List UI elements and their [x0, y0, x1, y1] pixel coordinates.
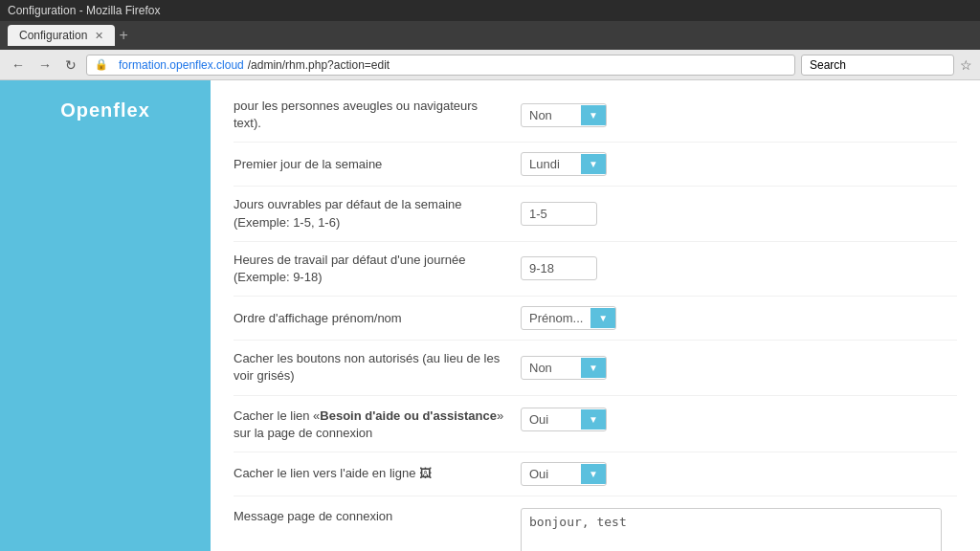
url-bar[interactable]: 🔒 formation.openflex.cloud /admin/rhm.ph…: [86, 55, 795, 76]
select-cacher-boutons[interactable]: Non: [521, 356, 607, 380]
select-navigateurs-btn[interactable]: [581, 105, 606, 125]
tab-label: Configuration: [19, 29, 87, 42]
address-bar: ← → ↻ 🔒 formation.openflex.cloud /admin/…: [0, 50, 980, 80]
form-row-cacher-lien-aide: Cacher le lien vers l'aide en ligne 🖼 Ou…: [234, 452, 957, 496]
select-navigateurs-value: Non: [522, 104, 581, 126]
back-button[interactable]: ←: [8, 55, 29, 75]
select-navigateurs[interactable]: Non: [521, 103, 607, 127]
tab-bar: Configuration ✕ +: [0, 21, 980, 50]
select-premier-jour-value: Lundi: [522, 153, 581, 175]
select-cacher-boutons-value: Non: [522, 357, 581, 379]
select-cacher-lien-aide-value: Oui: [522, 463, 581, 485]
select-cacher-lien-aide[interactable]: Oui: [521, 462, 607, 486]
form-section: pour les personnes aveugles ou navigateu…: [211, 80, 980, 551]
bookmark-icon[interactable]: ☆: [960, 57, 972, 73]
select-premier-jour-btn[interactable]: [581, 154, 606, 174]
search-input[interactable]: [801, 55, 954, 76]
content-area: pour les personnes aveugles ou navigateu…: [211, 80, 980, 551]
sidebar-brand: Openflex: [0, 80, 211, 141]
forward-button[interactable]: →: [34, 55, 56, 75]
app-container: Openflex pour les personnes aveugles ou …: [0, 80, 980, 551]
select-cacher-lien-besoin[interactable]: Oui: [521, 408, 607, 431]
control-message-connexion: bonjour, test: [521, 508, 957, 551]
label-cacher-boutons: Cacher les boutons non autorisés (au lie…: [234, 350, 521, 385]
lock-icon: 🔒: [95, 58, 108, 71]
select-ordre-affichage-btn[interactable]: [590, 308, 615, 328]
label-message-connexion: Message page de connexion: [234, 508, 521, 525]
form-row-jours-ouvrables: Jours ouvrables par défaut de la semaine…: [234, 187, 957, 241]
control-cacher-lien-aide: Oui: [521, 462, 957, 486]
select-cacher-boutons-btn[interactable]: [581, 358, 606, 378]
url-domain: formation.openflex.cloud: [119, 58, 244, 72]
label-jours-ouvrables: Jours ouvrables par défaut de la semaine…: [234, 196, 521, 231]
form-row-cacher-lien-besoin: Cacher le lien «Besoin d'aide ou d'assis…: [234, 396, 957, 452]
label-heures-travail: Heures de travail par défaut d'une journ…: [234, 252, 521, 286]
label-cacher-lien-besoin: Cacher le lien «Besoin d'aide ou d'assis…: [234, 408, 521, 442]
form-row-heures-travail: Heures de travail par défaut d'une journ…: [234, 242, 957, 297]
select-cacher-lien-besoin-btn[interactable]: [581, 409, 606, 430]
label-navigateurs: pour les personnes aveugles ou navigateu…: [234, 98, 521, 132]
tab-close-icon[interactable]: ✕: [95, 30, 103, 42]
form-row-premier-jour: Premier jour de la semaine Lundi: [234, 143, 957, 187]
browser-title-bar: Configuration - Mozilla Firefox: [0, 0, 980, 21]
input-heures-travail[interactable]: [521, 256, 597, 280]
url-path: /admin/rhm.php?action=edit: [248, 58, 390, 72]
control-navigateurs: Non: [521, 103, 957, 127]
select-ordre-affichage-value: Prénom...: [522, 307, 590, 329]
select-cacher-lien-aide-btn[interactable]: [581, 464, 606, 484]
new-tab-icon[interactable]: +: [119, 27, 127, 44]
reload-button[interactable]: ↻: [61, 55, 80, 75]
label-cacher-lien-aide: Cacher le lien vers l'aide en ligne 🖼: [234, 465, 521, 482]
control-premier-jour: Lundi: [521, 152, 957, 176]
label-ordre-affichage: Ordre d'affichage prénom/nom: [234, 310, 521, 327]
select-cacher-lien-besoin-value: Oui: [522, 408, 581, 430]
textarea-message-connexion[interactable]: bonjour, test: [521, 508, 942, 551]
control-heures-travail: [521, 256, 957, 280]
form-row-cacher-boutons: Cacher les boutons non autorisés (au lie…: [234, 341, 957, 395]
active-tab[interactable]: Configuration ✕: [8, 25, 115, 46]
control-cacher-lien-besoin: Oui: [521, 408, 957, 431]
control-jours-ouvrables: [521, 202, 957, 226]
select-ordre-affichage[interactable]: Prénom...: [521, 306, 616, 330]
label-premier-jour: Premier jour de la semaine: [234, 156, 521, 173]
form-row-navigateurs: pour les personnes aveugles ou navigateu…: [234, 88, 957, 143]
control-ordre-affichage: Prénom...: [521, 306, 957, 330]
select-premier-jour[interactable]: Lundi: [521, 152, 607, 176]
control-cacher-boutons: Non: [521, 356, 957, 380]
form-row-message-connexion: Message page de connexion bonjour, test: [234, 496, 957, 551]
sidebar: Openflex: [0, 80, 211, 551]
input-jours-ouvrables[interactable]: [521, 202, 597, 226]
browser-title: Configuration - Mozilla Firefox: [8, 4, 160, 17]
form-row-ordre-affichage: Ordre d'affichage prénom/nom Prénom...: [234, 297, 957, 341]
